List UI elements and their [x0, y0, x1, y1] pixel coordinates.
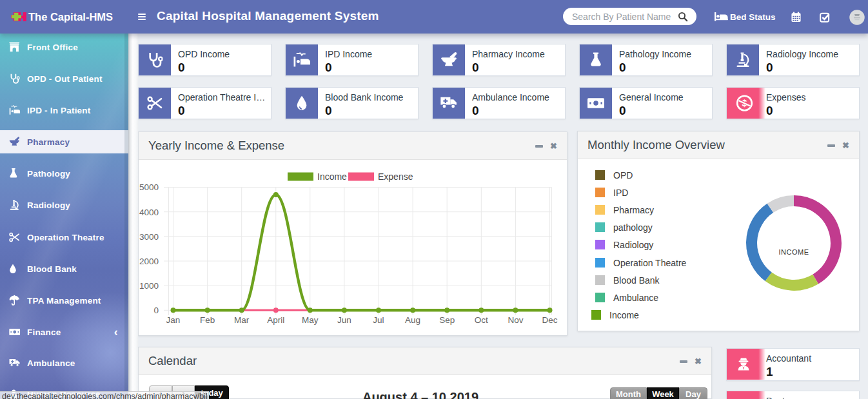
svg-text:Aug: Aug — [405, 315, 420, 325]
svg-text:1000: 1000 — [139, 281, 159, 291]
svg-text:0: 0 — [153, 306, 159, 315]
svg-text:Expense: Expense — [378, 171, 413, 182]
svg-text:Jan: Jan — [166, 315, 181, 325]
svg-text:May: May — [302, 315, 319, 325]
svg-text:Feb: Feb — [200, 315, 215, 325]
svg-text:4000: 4000 — [139, 208, 159, 217]
svg-text:April: April — [267, 315, 284, 325]
svg-text:Income: Income — [317, 171, 347, 182]
svg-text:Jun: Jun — [337, 315, 351, 325]
svg-text:Oct: Oct — [475, 315, 488, 325]
svg-text:Nov: Nov — [508, 315, 523, 325]
svg-text:3000: 3000 — [139, 232, 159, 242]
svg-text:Sep: Sep — [439, 315, 455, 325]
svg-text:5000: 5000 — [139, 182, 159, 192]
svg-text:Dec: Dec — [542, 315, 557, 325]
svg-text:2000: 2000 — [139, 257, 159, 266]
svg-text:INCOME: INCOME — [779, 248, 809, 256]
svg-text:Mar: Mar — [234, 315, 250, 325]
svg-text:Jul: Jul — [373, 315, 384, 325]
